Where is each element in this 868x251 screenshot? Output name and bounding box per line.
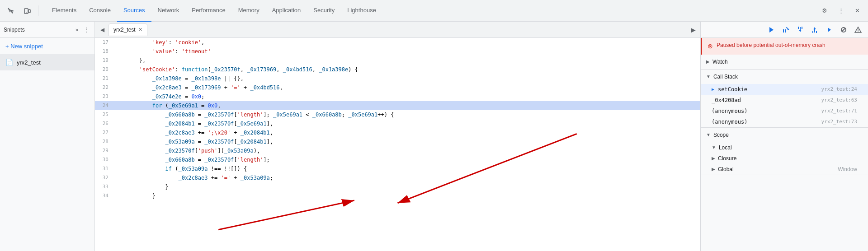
code-line-34: 34 } [95, 191, 700, 200]
scope-closure-item[interactable]: Closure [701, 153, 868, 164]
line-content: } [113, 182, 700, 191]
line-number: 22 [95, 83, 113, 92]
line-content: _0x23570f['push'](_0x53a09a), [113, 146, 700, 155]
scope-local-chevron-icon [712, 145, 716, 150]
snippet-name: yrx2_test [17, 59, 41, 66]
watch-header[interactable]: Watch [701, 55, 868, 69]
call-stack-item[interactable]: ▶ setCookie yrx2_test:24 [701, 84, 868, 95]
scope-global-label: Global [718, 166, 734, 172]
pause-on-exception-btn[interactable] [852, 23, 864, 36]
device-icon[interactable] [20, 4, 34, 18]
call-loc-2: yrx2_test:71 [821, 108, 857, 114]
scope-section: Scope Local Closure Global Window [701, 128, 868, 175]
code-lines: 17 'key': 'cookie',18 'value': 'timeout'… [95, 38, 700, 200]
snippet-item[interactable]: 📄 yrx2_test [0, 54, 94, 70]
code-line-21: 21 _0x1a398e = _0x1a398e || {}, [95, 74, 700, 83]
tab-application[interactable]: Application [266, 0, 307, 22]
line-content: _0x660a8b = _0x23570f['length']; [113, 155, 700, 164]
code-area[interactable]: 17 'key': 'cookie',18 'value': 'timeout'… [95, 38, 700, 251]
svg-point-2 [26, 12, 27, 13]
code-line-32: 32 _0x2c8ae3 += '=' + _0x53a09a; [95, 173, 700, 182]
debug-toolbar [701, 22, 868, 38]
toolbar-left-icons [4, 4, 40, 18]
watch-label: Watch [712, 59, 728, 65]
line-content: 'setCookie': function(_0x23570f, _0x1739… [113, 65, 700, 74]
step-btn[interactable] [823, 23, 835, 36]
snippets-header: Snippets » ⋮ [0, 22, 94, 38]
call-stack-item-2[interactable]: (anonymous) yrx2_test:71 [701, 106, 868, 116]
editor-tabs-bar: ◀ yrx2_test ✕ ▶ [95, 22, 700, 38]
svg-marker-8 [788, 28, 789, 30]
scope-global-chevron-icon [712, 167, 715, 172]
editor-tab-close-icon[interactable]: ✕ [138, 27, 142, 33]
step-into-btn[interactable] [794, 23, 807, 36]
line-content: _0x574e2e = 0x0; [113, 92, 700, 101]
svg-rect-17 [812, 31, 813, 33]
settings-icon[interactable]: ⚙ [817, 4, 832, 18]
code-line-33: 33 } [95, 182, 700, 191]
call-stack-header[interactable]: Call Stack [701, 70, 868, 84]
call-stack-chevron-icon [706, 74, 711, 79]
call-fn-3: (anonymous) [712, 119, 747, 125]
inspect-icon[interactable] [4, 4, 18, 18]
line-content: for (_0x5e69a1 = 0x0, [113, 101, 700, 110]
step-out-btn[interactable] [808, 23, 821, 36]
line-number: 34 [95, 191, 113, 200]
code-line-27: 27 _0x2c8ae3 += ';\x20' + _0x2084b1, [95, 128, 700, 137]
panel-chevron-icon[interactable]: » [73, 26, 81, 34]
editor-end-btn[interactable]: ▶ [688, 24, 698, 35]
svg-marker-19 [828, 28, 831, 32]
call-stack-section: Call Stack ▶ setCookie yrx2_test:24 _0x4… [701, 70, 868, 128]
line-number: 28 [95, 137, 113, 146]
line-number: 33 [95, 182, 113, 191]
tab-performance[interactable]: Performance [185, 0, 231, 22]
main-area: Snippets » ⋮ + New snippet 📄 yrx2_test ◀… [0, 22, 868, 251]
call-loc-3: yrx2_test:73 [821, 119, 857, 125]
line-number: 23 [95, 92, 113, 101]
tab-memory[interactable]: Memory [232, 0, 266, 22]
error-banner: ⊗ Paused before potential out-of-memory … [701, 38, 868, 55]
error-text: Paused before potential out-of-memory cr… [717, 42, 826, 49]
code-line-18: 18 'value': 'timeout' [95, 47, 700, 56]
line-content: _0x2084b1 = _0x23570f[_0x5e69a1], [113, 119, 700, 128]
more-icon[interactable]: ⋮ [834, 4, 848, 18]
watch-chevron-icon [706, 59, 710, 64]
call-stack-item-left-1: _0x4208ad [712, 97, 741, 103]
svg-rect-9 [783, 29, 784, 33]
svg-line-21 [842, 28, 845, 32]
resume-btn[interactable] [765, 23, 778, 36]
panel-more-icon[interactable]: ⋮ [83, 26, 91, 34]
line-content: _0x2c8ae3 += '=' + _0x53a09a; [113, 173, 700, 182]
line-number: 25 [95, 110, 113, 119]
scope-global-item[interactable]: Global Window [701, 164, 868, 175]
code-line-24: 24 for (_0x5e69a1 = 0x0, [95, 101, 700, 110]
tab-console[interactable]: Console [83, 0, 117, 22]
line-number: 32 [95, 173, 113, 182]
main-tabs: Elements Console Sources Network Perform… [46, 0, 817, 22]
tab-security[interactable]: Security [307, 0, 341, 22]
scope-header[interactable]: Scope [701, 128, 868, 142]
code-line-30: 30 _0x660a8b = _0x23570f['length']; [95, 155, 700, 164]
step-over-btn[interactable] [779, 23, 792, 36]
tab-lighthouse[interactable]: Lighthouse [341, 0, 382, 22]
editor-tab-file[interactable]: yrx2_test ✕ [108, 23, 147, 36]
call-stack-item-1[interactable]: _0x4208ad yrx2_test:63 [701, 95, 868, 106]
scope-local-item[interactable]: Local [701, 142, 868, 153]
new-snippet-button[interactable]: + New snippet [0, 38, 94, 54]
deactivate-btn[interactable] [837, 23, 850, 36]
scope-chevron-icon [706, 132, 711, 137]
code-line-23: 23 _0x574e2e = 0x0; [95, 92, 700, 101]
line-number: 18 [95, 47, 113, 56]
call-fn-2: (anonymous) [712, 108, 747, 114]
tab-network[interactable]: Network [151, 0, 186, 22]
svg-rect-10 [785, 29, 786, 33]
tab-sources[interactable]: Sources [117, 0, 151, 22]
scope-global-value: Window [838, 166, 857, 172]
call-fn-1: _0x4208ad [712, 97, 741, 103]
editor-nav-prev[interactable]: ◀ [97, 24, 108, 35]
close-icon[interactable]: ✕ [850, 4, 864, 18]
tab-elements[interactable]: Elements [46, 0, 83, 22]
call-fn-0: setCookie [718, 86, 747, 93]
line-content: } [113, 191, 700, 200]
call-stack-item-3[interactable]: (anonymous) yrx2_test:73 [701, 116, 868, 127]
